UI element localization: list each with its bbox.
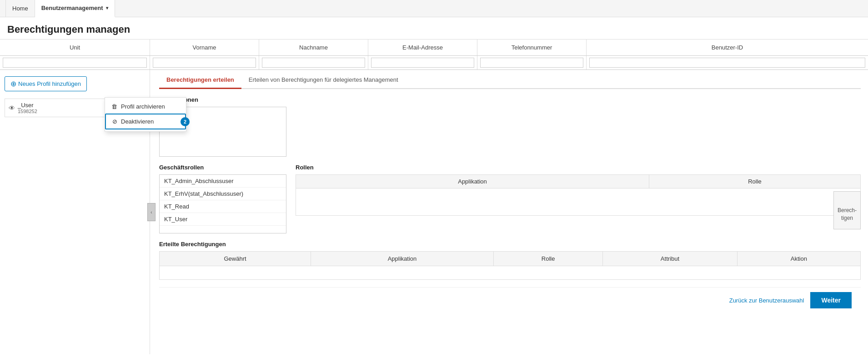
filter-row — [0, 56, 868, 70]
left-panel: ⊕ Neues Profil hinzufügen 👁 _User 159825… — [0, 70, 150, 354]
filter-telefon — [477, 56, 587, 69]
col-nachname: Nachname — [259, 40, 368, 55]
filter-benutzerid-input[interactable] — [589, 58, 865, 68]
right-panel: Berechtigungen erteilen Erteilen von Ber… — [150, 70, 868, 354]
col-unit: Unit — [0, 40, 150, 55]
page-title-bar: Berechtigungen managen — [0, 17, 868, 40]
eye-icon[interactable]: 👁 — [9, 104, 15, 112]
filter-telefon-input[interactable] — [480, 58, 583, 68]
tab-berechtigungen-erteilen[interactable]: Berechtigungen erteilen — [159, 72, 241, 89]
filter-email-input[interactable] — [371, 58, 474, 68]
filter-nachname — [259, 56, 368, 69]
chevron-down-icon: ▾ — [106, 5, 108, 10]
applikationen-label: Applikationen — [159, 96, 861, 103]
dropdown-deaktivieren[interactable]: ⊘ Deaktivieren 2 — [105, 114, 186, 129]
erteilte-col-applikation: Applikation — [311, 252, 494, 266]
berechtigen-label: Berech-tigen — [838, 207, 857, 221]
badge-2: 2 — [181, 117, 190, 126]
add-profile-button[interactable]: ⊕ Neues Profil hinzufügen — [5, 76, 87, 91]
col-email: E-Mail-Adresse — [368, 40, 477, 55]
add-profile-label: Neues Profil hinzufügen — [18, 80, 81, 87]
list-item[interactable]: KT_Read — [160, 200, 286, 213]
page-title: Berechtigungen managen — [7, 24, 861, 35]
rollen-table: Applikation Rolle — [296, 174, 861, 216]
geschaeftsrollen-list[interactable]: KT_Admin_AbschlussuserKT_ErhV(stat_Absch… — [159, 174, 286, 233]
filter-email — [368, 56, 477, 69]
archive-icon: 🗑 — [111, 103, 117, 110]
rollen-col-rolle: Rolle — [649, 175, 861, 188]
roles-section: Geschäftsrollen KT_Admin_AbschlussuserKT… — [159, 164, 861, 233]
geschaeftsrollen-label: Geschäftsrollen — [159, 164, 286, 171]
top-navigation: Home Benutzermanagement ▾ — [0, 0, 868, 17]
rollen-empty-row — [296, 188, 861, 216]
dropdown-menu: 🗑 Profil archivieren ⊘ Deaktivieren 2 — [105, 97, 186, 132]
dropdown-archivieren[interactable]: 🗑 Profil archivieren — [105, 99, 186, 114]
benutzermanagement-label: Benutzermanagement — [41, 5, 103, 11]
col-telefon: Telefonnummer — [477, 40, 587, 55]
profile-info: _User 1598252 — [18, 102, 108, 114]
nav-benutzermanagement[interactable]: Benutzermanagement ▾ — [35, 0, 115, 17]
weiter-button[interactable]: Weiter — [810, 292, 852, 308]
filter-unit — [0, 56, 150, 69]
rollen-col-applikation: Applikation — [296, 175, 649, 188]
erteilte-col-aktion: Aktion — [737, 252, 860, 266]
erteilte-table: Gewährt Applikation Rolle Attribut Aktio… — [159, 251, 861, 280]
tab-delegiert-label: Erteilen von Berechtigungen für delegier… — [249, 76, 398, 83]
collapse-panel-button[interactable]: ‹ — [147, 203, 156, 221]
geschaeftsrollen-panel: Geschäftsrollen KT_Admin_AbschlussuserKT… — [159, 164, 286, 233]
filter-benutzerid — [587, 56, 868, 69]
filter-unit-input[interactable] — [3, 58, 147, 68]
home-label: Home — [12, 5, 28, 12]
erteilte-berechtigungen-label: Erteilte Berechtigungen — [159, 241, 861, 248]
collapse-icon: ‹ — [151, 210, 152, 215]
deaktivieren-label: Deaktivieren — [121, 118, 154, 125]
erteilte-col-gewaehrt: Gewährt — [160, 252, 311, 266]
erteilte-col-attribut: Attribut — [603, 252, 737, 266]
main-content: ⊕ Neues Profil hinzufügen 👁 _User 159825… — [0, 70, 868, 354]
erteilte-col-rolle: Rolle — [493, 252, 602, 266]
filter-nachname-input[interactable] — [262, 58, 365, 68]
plus-icon: ⊕ — [10, 79, 16, 88]
list-item[interactable]: KT_ErhV(stat_Abschlussuser) — [160, 188, 286, 200]
berechtigen-button[interactable]: Berech-tigen — [833, 191, 861, 229]
tabs: Berechtigungen erteilen Erteilen von Ber… — [159, 72, 861, 89]
table-header: Unit Vorname Nachname E-Mail-Adresse Tel… — [0, 40, 868, 56]
rollen-label: Rollen — [296, 164, 861, 171]
deactivate-icon: ⊘ — [112, 118, 117, 125]
filter-vorname — [150, 56, 259, 69]
back-link[interactable]: Zurück zur Benutzerauswahl — [729, 297, 804, 304]
profile-name: _User — [18, 102, 108, 109]
col-benutzerid: Benutzer-ID — [587, 40, 868, 55]
tab-delegiert[interactable]: Erteilen von Berechtigungen für delegier… — [241, 72, 406, 89]
col-vorname: Vorname — [150, 40, 259, 55]
archivieren-label: Profil archivieren — [121, 103, 165, 110]
profile-id: 1598252 — [18, 109, 108, 114]
rollen-panel: Rollen Applikation Rolle Berech-tigen — [296, 164, 861, 233]
filter-vorname-input[interactable] — [153, 58, 256, 68]
nav-home[interactable]: Home — [5, 0, 35, 17]
tab-berechtigungen-label: Berechtigungen erteilen — [166, 76, 234, 83]
erteilte-empty-row — [160, 266, 861, 280]
list-item[interactable]: KT_User — [160, 213, 286, 226]
list-item[interactable]: KT_Admin_Abschlussuser — [160, 175, 286, 188]
bottom-bar: Zurück zur Benutzerauswahl Weiter — [159, 287, 861, 313]
